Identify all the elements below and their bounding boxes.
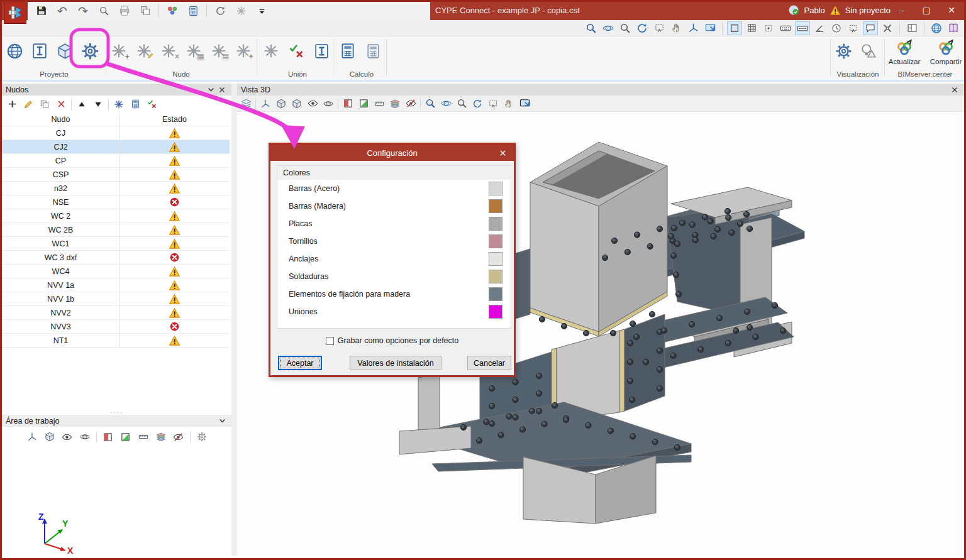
zoom-extents-icon[interactable] [601,21,616,35]
dimensions-icon[interactable] [795,21,810,35]
layer-stack-icon[interactable] [389,97,401,110]
close-panel-icon[interactable] [216,85,228,95]
window-frame-icon[interactable] [727,21,742,35]
zoom-window-icon[interactable] [487,97,499,110]
hide-elements-icon[interactable] [404,97,417,110]
delete-row-icon[interactable] [55,98,67,111]
angle-icon[interactable] [812,21,827,35]
check-toggle-icon[interactable] [145,98,158,111]
3d-settings-icon[interactable] [196,431,208,443]
web-icon[interactable] [929,21,944,35]
help-book-icon[interactable] [946,21,961,35]
calc-options-icon[interactable] [362,40,384,62]
save-icon[interactable] [34,3,49,18]
model-3d-icon[interactable] [54,40,75,62]
more-options-icon[interactable] [254,3,269,18]
axes-icon[interactable] [26,431,38,443]
union-library-icon[interactable] [311,40,332,62]
keyboard-input-icon[interactable] [778,21,793,35]
favorites-icon[interactable] [165,3,180,18]
table-row[interactable]: NT1 [2,334,230,348]
table-row[interactable]: WC1 [2,237,230,251]
sync-icon[interactable] [213,3,228,18]
group-nodes-icon[interactable]: ▦ [183,40,204,62]
move-down-icon[interactable] [92,98,104,111]
color-swatch[interactable] [489,217,502,231]
color-swatch[interactable] [489,270,502,283]
rotation-icon[interactable] [829,21,844,35]
table-row[interactable]: CJ [2,126,230,140]
table-row[interactable]: WC 2 [2,209,230,223]
actualizar-button[interactable]: Actualizar [886,39,923,65]
aceptar-button[interactable]: Aceptar [278,356,322,370]
bim-project-icon[interactable] [4,40,25,62]
rotate-view-icon[interactable] [291,97,303,110]
layers-icon[interactable] [240,97,252,110]
table-row[interactable]: WC 2B [2,223,230,237]
edit-node-icon[interactable] [133,40,155,62]
zoom-previous-icon[interactable] [424,97,436,110]
minimize-button[interactable]: – [889,0,914,20]
redo-icon[interactable]: ↷ [75,3,91,18]
orbit-view-icon[interactable] [322,97,335,110]
close-button[interactable]: ✕ [939,0,964,20]
view-eye-icon[interactable] [306,97,319,110]
calculator-icon[interactable] [186,3,201,18]
comments-icon[interactable] [863,21,878,35]
hide-elements-icon[interactable] [172,431,185,443]
color-swatch[interactable] [489,234,502,248]
color-swatch[interactable] [489,287,502,301]
edit-row-icon[interactable] [22,98,35,111]
capture-icon[interactable] [518,97,531,110]
orbit-icon[interactable] [686,21,701,35]
table-row[interactable]: NSE [2,195,230,209]
print-icon[interactable] [117,3,132,18]
view-eye-icon[interactable] [61,431,74,443]
zoom-x2-icon[interactable] [618,21,633,35]
grid-icon[interactable] [744,21,759,35]
color-swatch[interactable] [489,305,502,319]
search-icon[interactable] [96,3,111,18]
app-logo[interactable] [4,1,26,24]
pan-icon[interactable] [669,21,684,35]
table-row[interactable]: CP [2,154,230,168]
table-row[interactable]: CSP [2,168,230,182]
calculate-icon[interactable] [337,40,358,62]
tools-icon[interactable] [880,21,895,35]
zoom-previous-icon[interactable] [584,21,599,35]
node-view-icon[interactable] [113,98,125,111]
layer-stack-icon[interactable] [155,431,167,443]
panel-splitter[interactable] [231,84,237,556]
dialog-close-icon[interactable] [496,146,509,159]
redraw-icon[interactable] [635,21,650,35]
column-header-estado[interactable]: Estado [120,113,229,126]
snap-icon[interactable] [761,21,776,35]
maximize-button[interactable]: ▢ [914,0,939,20]
column-header-nudo[interactable]: Nudo [2,113,120,126]
transparency-icon[interactable] [119,431,132,443]
project-status[interactable]: Sin proyecto [845,6,891,15]
default-options-checkbox[interactable] [326,337,334,345]
collapse-chevron-icon[interactable] [205,85,216,95]
dimensions-icon[interactable] [137,431,150,443]
undo-icon[interactable]: ↶ [55,3,70,18]
dimensions-icon[interactable] [373,97,386,110]
settings-gear-icon[interactable] [79,40,101,62]
display-settings-gear-icon[interactable] [833,40,854,62]
compartir-button[interactable]: Compartir [927,39,965,65]
table-row[interactable]: NVV 1a [2,278,230,292]
delete-node-icon[interactable]: × [158,40,179,62]
table-row[interactable]: WC 3 dxf [2,251,230,265]
sections-icon[interactable] [29,40,50,62]
color-swatch[interactable] [489,182,502,195]
table-row[interactable]: CJ2 [2,140,230,154]
iso-view-icon[interactable] [43,431,56,443]
section-icon[interactable] [102,431,114,443]
dialog-title-bar[interactable]: Configuración [270,145,514,161]
color-swatch[interactable] [489,252,502,266]
check-union-icon[interactable] [286,40,307,62]
light-warning-icon[interactable] [858,40,879,62]
wizard-node-icon[interactable]: ✦ [233,40,254,62]
transparency-icon[interactable] [357,97,370,110]
copy-row-icon[interactable] [38,98,51,111]
